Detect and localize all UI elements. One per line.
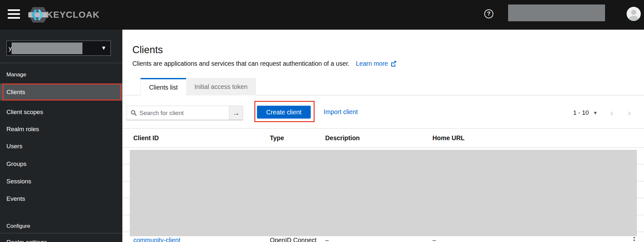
realm-caret-down-icon: ▾ (102, 44, 105, 52)
client-search-box (127, 106, 229, 120)
username-redacted-block (508, 5, 605, 21)
sidebar-item-label: Clients (6, 89, 25, 96)
sidebar-item-client-scopes[interactable]: Client scopes (0, 109, 122, 116)
pagination-next-icon[interactable]: › (628, 108, 631, 118)
tab-label: Initial access token (194, 83, 248, 91)
realm-selector-dropdown[interactable]: y ▾ (6, 41, 111, 56)
sidebar-item-users[interactable]: Users (0, 143, 122, 150)
row-actions-kebab-icon[interactable] (631, 236, 637, 242)
keycloak-logo: KEYCLOAK (28, 6, 99, 24)
nav-section-manage: Manage (6, 72, 26, 78)
search-input[interactable] (139, 110, 229, 117)
table-redacted-block (130, 150, 637, 236)
menu-toggle-icon[interactable] (8, 9, 20, 20)
sidebar-item-label: Realm roles (6, 126, 39, 132)
client-home-url: – (432, 237, 631, 242)
realm-name-redacted-block (12, 43, 82, 54)
page-description: Clients are applications and services th… (132, 60, 396, 67)
avatar[interactable] (627, 7, 641, 21)
col-type: Type (270, 134, 325, 142)
user-icon (627, 7, 641, 21)
table-header: Client ID Type Description Home URL (122, 128, 644, 148)
description-text: Clients are applications and services th… (132, 60, 349, 67)
tab-strip: Clients list Initial access token (122, 78, 644, 95)
create-client-button[interactable]: Create client (257, 106, 311, 119)
external-link-icon (390, 61, 396, 67)
sidebar-divider (0, 233, 122, 233)
col-client-id: Client ID (133, 134, 270, 142)
client-type: OpenID Connect (270, 237, 325, 242)
pagination-prev-icon[interactable]: ‹ (610, 108, 613, 118)
learn-more-link[interactable]: Learn more (356, 60, 396, 67)
sidebar-item-label: Users (6, 143, 23, 150)
import-client-link[interactable]: Import client (324, 108, 358, 116)
client-description: – (325, 237, 432, 242)
search-icon (131, 110, 137, 116)
sidebar-item-sessions[interactable]: Sessions (0, 178, 122, 185)
keycloak-logo-icon (28, 6, 48, 24)
sidebar-item-realm-roles[interactable]: Realm roles (0, 126, 122, 133)
sidebar-item-realm-settings[interactable]: Realm settings (0, 239, 122, 242)
masthead: KEYCLOAK ? ▾ (0, 0, 644, 30)
sidebar-item-groups[interactable]: Groups (0, 160, 122, 168)
sidebar-divider (0, 63, 122, 63)
tab-label: Clients list (149, 84, 178, 91)
pagination-range: 1 - 10 (573, 109, 589, 116)
tab-clients-list[interactable]: Clients list (140, 78, 186, 96)
main-content: Clients Clients are applications and ser… (122, 30, 644, 242)
pagination: 1 - 10 ▾ ‹ › (573, 106, 641, 119)
page-title: Clients (132, 44, 163, 56)
sidebar-item-label: Groups (6, 160, 26, 167)
col-description: Description (325, 134, 432, 142)
col-home-url: Home URL (432, 134, 631, 142)
pagination-caret-icon[interactable]: ▾ (594, 110, 597, 116)
search-submit-button[interactable]: → (229, 106, 243, 120)
help-icon[interactable]: ? (484, 9, 493, 18)
nav-section-configure: Configure (6, 223, 30, 229)
sidebar-item-clients[interactable]: Clients (0, 83, 122, 101)
sidebar-item-label: Client scopes (6, 109, 43, 115)
sidebar-item-events[interactable]: Events (0, 195, 122, 202)
sidebar-nav: y ▾ Manage Clients Client scopes Realm r… (0, 30, 122, 242)
sidebar-item-label: Realm settings (6, 239, 47, 242)
client-id-link[interactable]: community-client (133, 237, 270, 242)
sidebar-item-label: Sessions (6, 178, 31, 185)
learn-more-label: Learn more (356, 60, 388, 67)
sidebar-item-label: Events (6, 195, 25, 202)
brand-text: KEYCLOAK (46, 10, 99, 20)
tab-initial-access-token[interactable]: Initial access token (186, 78, 256, 95)
